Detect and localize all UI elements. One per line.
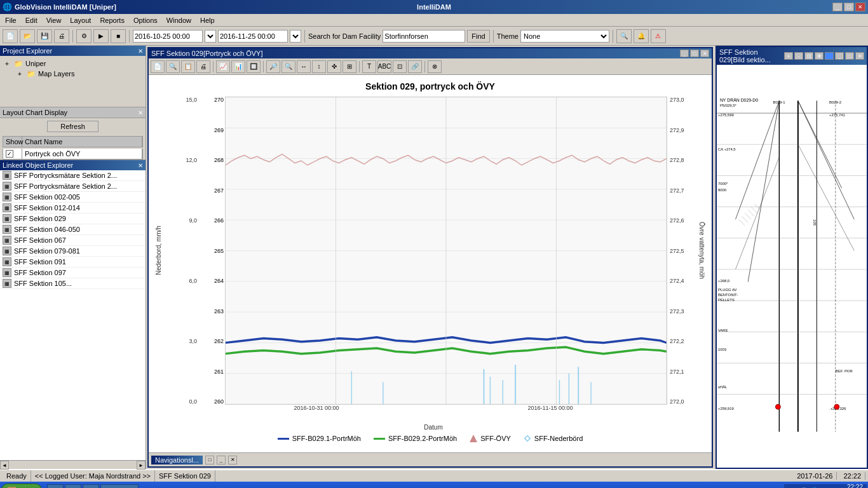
y-center-axis: 270 269 268 267 266 265 264 263 262 26: [200, 97, 225, 405]
menu-window[interactable]: Window: [163, 15, 195, 25]
close-button[interactable]: ✕: [855, 3, 865, 11]
warn-btn[interactable]: ⚠: [651, 29, 666, 43]
project-explorer-close[interactable]: ✕: [138, 48, 143, 55]
ct-btn5[interactable]: 📈: [216, 60, 230, 73]
ct-btn2[interactable]: 🔍: [166, 60, 180, 73]
date-to-input[interactable]: [218, 30, 288, 43]
ct-btn3[interactable]: 📋: [181, 60, 195, 73]
sep3: [304, 30, 305, 43]
ct-btn6[interactable]: 📊: [231, 60, 245, 73]
img-win-color[interactable]: [825, 52, 834, 60]
scroll-right[interactable]: ►: [137, 461, 146, 470]
list-item[interactable]: ▦SFF Portrycksmätare Sektion 2...: [0, 181, 146, 192]
ct-btn7[interactable]: 🔲: [247, 60, 261, 73]
maximize-button[interactable]: □: [844, 3, 854, 11]
ct-btn1[interactable]: 📄: [151, 60, 165, 73]
play-button[interactable]: ▶: [93, 29, 109, 43]
list-item[interactable]: ▦SFF Portrycksmätare Sektion 2...: [0, 170, 146, 181]
list-item[interactable]: ▦SFF Sektion 105...: [0, 278, 146, 289]
nav-btn2[interactable]: _: [217, 456, 226, 464]
ct-btn18[interactable]: ⊗: [428, 60, 442, 73]
date-from-select[interactable]: [205, 30, 216, 43]
ct-btn15[interactable]: ABC: [377, 60, 391, 73]
ct-btn10[interactable]: ↔: [297, 60, 311, 73]
ct-btn17[interactable]: 🔗: [408, 60, 422, 73]
settings-btn[interactable]: 🔍: [616, 29, 632, 43]
menu-options[interactable]: Options: [130, 15, 161, 25]
chart-svg: [226, 97, 667, 404]
stop-button[interactable]: ■: [111, 29, 126, 43]
center-title: IntelliDAM: [417, 3, 451, 11]
chart-win-maximize[interactable]: □: [690, 50, 699, 57]
linked-scrollbar[interactable]: ◄ ►: [0, 460, 146, 469]
ct-btn13[interactable]: ⊞: [342, 60, 356, 73]
date-to-select[interactable]: [290, 30, 301, 43]
list-item[interactable]: ▦SFF Sektion 079-081: [0, 246, 146, 257]
new-button[interactable]: 📄: [3, 29, 18, 43]
refresh-button[interactable]: Refresh: [47, 121, 98, 132]
list-item[interactable]: ▦SFF Sektion 046-050: [0, 224, 146, 235]
img-win-close[interactable]: ✕: [855, 52, 864, 60]
theme-select[interactable]: None: [520, 30, 609, 43]
chart-win-minimize[interactable]: _: [680, 50, 689, 57]
open-button[interactable]: 📂: [20, 29, 35, 43]
legend-label-4: SFF-Nederbörd: [534, 435, 583, 442]
menu-file[interactable]: File: [1, 15, 20, 25]
ct-btn8[interactable]: 🔎: [266, 60, 280, 73]
menu-view[interactable]: View: [43, 15, 65, 25]
ct-btn9[interactable]: 🔍: [281, 60, 295, 73]
date-from-input[interactable]: [133, 30, 203, 43]
chart-plot: [225, 97, 667, 405]
legend-icon-1: [278, 435, 289, 442]
layout-chart-close[interactable]: ✕: [138, 109, 143, 116]
menu-help[interactable]: Help: [196, 15, 219, 25]
icon-btn1[interactable]: ⚙: [76, 29, 92, 43]
nav-btn1[interactable]: □: [205, 456, 214, 464]
svg-line-71: [742, 216, 748, 222]
menu-reports[interactable]: Reports: [96, 15, 128, 25]
img-win-zoom-out[interactable]: -: [794, 52, 803, 60]
start-button[interactable]: 🪟 Start: [1, 484, 42, 488]
show-checkbox[interactable]: ✓: [6, 150, 13, 158]
tree-item-maplayers[interactable]: + 📁 Map Layers: [3, 69, 143, 79]
taskbar-app-folder[interactable]: 📁: [65, 484, 81, 488]
list-item[interactable]: ▦SFF Sektion 091: [0, 257, 146, 268]
ct-btn4[interactable]: 🖨: [196, 60, 210, 73]
find-button[interactable]: Find: [467, 30, 489, 43]
taskbar-app-main[interactable]: IntelliDAM: [100, 484, 139, 488]
chart-area: Nederbord, mm/h 15,0 12,0 9,0 6,0 3,0 0,…: [155, 97, 705, 405]
chart-win-close[interactable]: ✕: [700, 50, 709, 57]
ct-btn12[interactable]: ✜: [327, 60, 341, 73]
image-window-title: SFF Sektion 029[Bild sektio... + - ⊡ ✜ _…: [717, 47, 867, 65]
left-panel: Project Explorer ✕ + 📁 Uniper + 📁 Map La…: [0, 46, 146, 469]
list-item[interactable]: ▦SFF Sektion 067: [0, 235, 146, 246]
list-item[interactable]: ▦SFF Sektion 097: [0, 268, 146, 278]
img-win-maximize[interactable]: □: [845, 52, 854, 60]
chart-list-item[interactable]: ✓ Portryck och ÖVY: [3, 149, 143, 159]
linked-explorer-close[interactable]: ✕: [138, 162, 143, 169]
img-win-pan[interactable]: ✜: [815, 52, 824, 60]
img-win-fit[interactable]: ⊡: [804, 52, 813, 60]
print-button[interactable]: 🖨: [54, 29, 69, 43]
list-item[interactable]: ▦SFF Sektion 012-014: [0, 203, 146, 214]
list-item[interactable]: ▦SFF Sektion 002-005: [0, 192, 146, 203]
taskbar-app-windows[interactable]: 🪟: [83, 484, 99, 488]
minimize-button[interactable]: _: [832, 3, 843, 11]
menu-edit[interactable]: Edit: [22, 15, 41, 25]
ct-btn11[interactable]: ↕: [312, 60, 326, 73]
chart-show-cell[interactable]: ✓: [3, 149, 22, 159]
img-win-minimize[interactable]: _: [835, 52, 844, 60]
tree-item-uniper[interactable]: + 📁 Uniper: [3, 58, 143, 69]
svg-text:7000*: 7000*: [718, 182, 728, 186]
menu-layout[interactable]: Layout: [66, 15, 95, 25]
search-input[interactable]: [383, 30, 465, 43]
img-win-zoom-in[interactable]: +: [784, 52, 793, 60]
save-button[interactable]: 💾: [37, 29, 52, 43]
alert-btn[interactable]: 🔔: [634, 29, 649, 43]
nav-btn3[interactable]: ✕: [228, 456, 237, 464]
taskbar-app-ie[interactable]: 🌐: [47, 484, 64, 488]
ct-btn14[interactable]: T: [362, 60, 376, 73]
ct-btn16[interactable]: ⊡: [393, 60, 407, 73]
scroll-left[interactable]: ◄: [0, 461, 9, 470]
list-item[interactable]: ▦SFF Sektion 029: [0, 214, 146, 224]
